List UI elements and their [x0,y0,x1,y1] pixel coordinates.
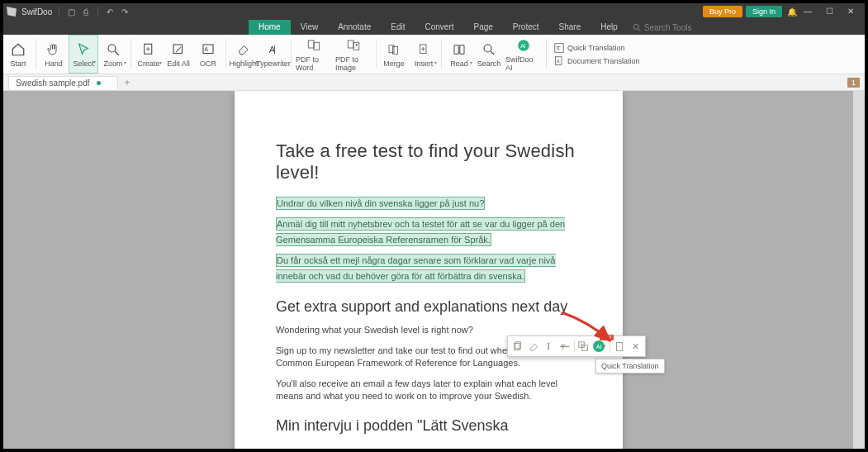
svg-point-0 [633,24,638,29]
svg-line-23 [491,51,494,55]
search-tools-box[interactable]: Search Tools [628,20,697,35]
menu-protect[interactable]: Protect [503,20,549,35]
menu-home[interactable]: Home [249,20,291,35]
menu-view[interactable]: View [291,20,329,35]
insert-button[interactable]: Insert▾ [409,35,439,74]
svg-text:文: 文 [580,342,584,347]
hot-badge: HOT [600,335,614,340]
svg-point-16 [356,44,358,45]
menu-page[interactable]: Page [463,20,502,35]
document-viewport: Take a free test to find your Swedish le… [3,91,865,449]
menu-bar: Home View Annotate Edit Convert Page Pro… [3,20,865,35]
svg-rect-14 [348,40,353,48]
svg-text:AI: AI [520,43,526,49]
tab-active[interactable]: Swedish sample.pdf [8,76,118,89]
svg-point-22 [484,45,491,52]
document-translation-link[interactable]: A Document Translation [554,56,640,66]
svg-rect-12 [308,40,314,48]
typewriter-button[interactable]: A Typewriter [259,35,288,74]
unsaved-dot-icon [97,81,101,85]
app-logo-icon [7,7,17,17]
maximize-button[interactable]: ☐ [818,5,840,18]
zoom-button[interactable]: Zoom▾ [98,35,128,74]
cursor-icon [76,42,91,57]
doc-heading-2: Get extra support and explanations next … [276,298,581,316]
undo-icon[interactable]: ↶ [105,7,115,17]
svg-point-2 [108,45,116,52]
print-icon[interactable]: ⎙ [81,7,91,17]
search-tools-placeholder: Search Tools [644,23,692,32]
merge-button[interactable]: Merge [379,35,409,74]
swifdoo-ai-button[interactable]: AI SwifDoo AI [504,35,543,74]
ocr-button[interactable]: A OCR [193,35,223,74]
highlight-pen-icon [528,341,538,352]
mini-strikethrough-button[interactable]: T [558,340,571,353]
menu-help[interactable]: Help [591,20,628,35]
translate-icon: 文 [554,43,564,53]
title-bar: SwifDoo ▢ ⎙ ↶ ↷ Buy Pro Sign In 🔔 ― ☐ ✕ [3,3,865,20]
new-tab-button[interactable]: + [125,77,130,88]
merge-icon [387,42,401,57]
svg-line-3 [115,51,119,55]
mini-close-button[interactable]: ✕ [629,340,642,353]
buy-pro-button[interactable]: Buy Pro [703,6,742,17]
typewriter-icon: A [266,42,281,57]
ribbon-toolbar: Start Hand Select▾ Zoom▾ Create▾ [3,35,865,74]
start-button[interactable]: Start [3,35,33,74]
read-button[interactable]: Read▾ [444,35,474,74]
doc-heading-3: Min intervju i podden "Lätt Svenska [276,417,581,435]
highlight-icon [236,42,251,57]
chevron-down-icon: ▾ [603,343,606,350]
pdf-to-word-button[interactable]: PDF to Word [294,35,334,74]
close-window-button[interactable]: ✕ [840,5,861,18]
save-icon[interactable]: ▢ [66,7,76,17]
menu-share[interactable]: Share [549,20,591,35]
mini-copy-button[interactable] [511,340,524,353]
ocr-icon: A [201,42,216,57]
pdf-to-image-button[interactable]: PDF to Image [334,35,373,74]
bell-icon[interactable]: 🔔 [787,7,797,17]
highlighted-text-3[interactable]: Du får också ett mejl några dagar senare… [276,252,581,283]
mini-text-button[interactable]: I [543,340,555,353]
quick-translation-link[interactable]: 文 Quick Translation [554,43,640,53]
hand-button[interactable]: Hand [39,35,69,74]
highlighted-text-1[interactable]: Undrar du vilken nivå din svenska ligger… [276,195,581,211]
zoom-icon [106,42,121,57]
blank-page-icon [614,341,625,352]
redo-icon[interactable]: ↷ [120,7,130,17]
select-button[interactable]: Select▾ [69,35,98,74]
menu-convert[interactable]: Convert [415,20,463,35]
edit-all-button[interactable]: Edit All [164,35,193,74]
highlight-button[interactable]: Highlight▾ [229,35,259,74]
insert-icon [416,42,431,57]
hand-icon [46,42,61,57]
create-button[interactable]: Create▾ [134,35,164,74]
search-icon [481,42,496,57]
mini-ai-button[interactable]: AI ▾ HOT [593,340,606,353]
mini-quick-translation-button[interactable]: 文 [577,340,590,353]
sign-in-button[interactable]: Sign In [746,6,782,17]
highlighted-text-2[interactable]: Anmäl dig till mitt nyhetsbrev och ta te… [276,216,581,247]
app-window: SwifDoo ▢ ⎙ ↶ ↷ Buy Pro Sign In 🔔 ― ☐ ✕ … [0,0,868,452]
svg-text:文: 文 [556,45,561,50]
copy-icon [512,341,523,352]
page-indicator: 1 [847,78,860,88]
pdf-word-icon [306,38,321,53]
minimize-button[interactable]: ― [797,5,818,18]
mini-highlight-button[interactable] [527,340,539,353]
svg-text:A: A [205,46,209,52]
vertical-scrollbar[interactable] [853,91,865,449]
strikethrough-icon: T [559,341,570,352]
search-button[interactable]: Search [474,35,504,74]
translate-icon: 文 [578,341,589,352]
svg-rect-15 [353,42,359,50]
home-icon [11,42,26,57]
mini-blank-page-button[interactable] [614,340,626,353]
menu-edit[interactable]: Edit [381,20,415,35]
read-icon [452,42,467,57]
doc-translate-icon: A [554,56,564,66]
ai-icon: AI [516,38,531,53]
svg-rect-37 [617,342,623,350]
svg-rect-13 [314,42,320,50]
menu-annotate[interactable]: Annotate [328,20,381,35]
